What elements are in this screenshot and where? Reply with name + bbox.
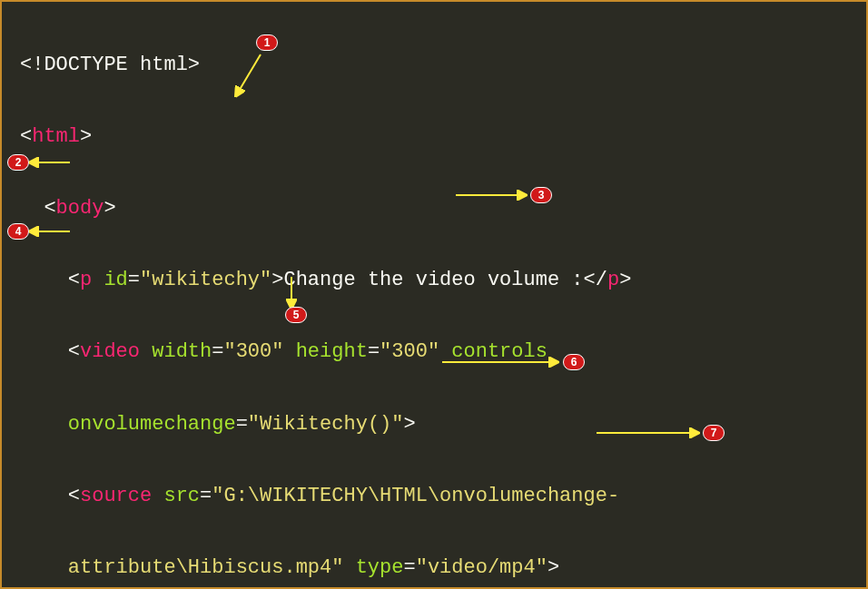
video-tag: video [80,340,140,363]
code-block: <!DOCTYPE html> <html> <body> <p id="wik… [20,11,848,589]
arrow-5 [285,274,298,310]
arrow-2 [29,156,74,169]
eq-ov: = [236,413,248,436]
eq-h: = [368,340,380,363]
html-tag: html [32,125,80,148]
onvolumechange-attr: onvolumechange [68,413,236,436]
badge-7: 7 [703,425,725,441]
src-attr: src [152,485,200,507]
doctype: <!DOCTYPE html> [20,54,200,76]
source-tag: source [80,485,152,507]
p-close-tag: p [607,269,619,291]
p-tag: p [80,269,92,291]
type-val: "video/mp4" [416,556,547,579]
arrow-1 [233,47,270,102]
height-val: "300" [380,340,439,363]
arrow-3 [451,189,528,201]
badge-4: 4 [7,223,29,240]
width-attr: width [140,340,212,363]
id-attr: id [92,269,128,291]
src-val-2: attribute\Hibiscus.mp4" [68,556,344,579]
eq-src: = [200,485,212,507]
width-val: "300" [223,340,283,363]
p-open-lt: < [68,269,80,291]
arrow-4 [29,225,74,238]
video-gt: > [404,413,416,436]
badge-6: 6 [563,354,585,370]
p-close-gt: > [619,269,631,291]
arrow-6 [438,356,560,368]
source-lt: < [68,485,80,507]
src-val: "G:\WIKITECHY\HTML\onvolumechange- [212,485,619,507]
badge-2: 2 [7,154,29,171]
type-attr: type [343,556,403,579]
svg-line-0 [238,54,261,93]
onvolumechange-val: "Wikitechy()" [248,413,404,436]
id-val: "wikitechy" [140,269,271,291]
badge-5: 5 [285,307,307,323]
p-text: Change the video volume : [283,269,583,291]
eq-type: = [403,556,415,579]
eq-w: = [212,340,223,363]
eq: = [128,269,140,291]
html-open-gt: > [80,125,92,148]
body-open-lt: < [44,197,55,220]
p-gt: > [271,269,283,291]
video-lt: < [68,340,80,363]
body-tag: body [56,197,104,220]
badge-3: 3 [530,187,552,203]
height-attr: height [283,340,367,363]
badge-1: 1 [256,34,278,51]
source-gt: > [547,556,559,579]
p-close-lt: </ [584,269,607,291]
body-open-gt: > [104,197,115,220]
arrow-7 [592,427,701,439]
html-open-lt: < [20,125,32,148]
